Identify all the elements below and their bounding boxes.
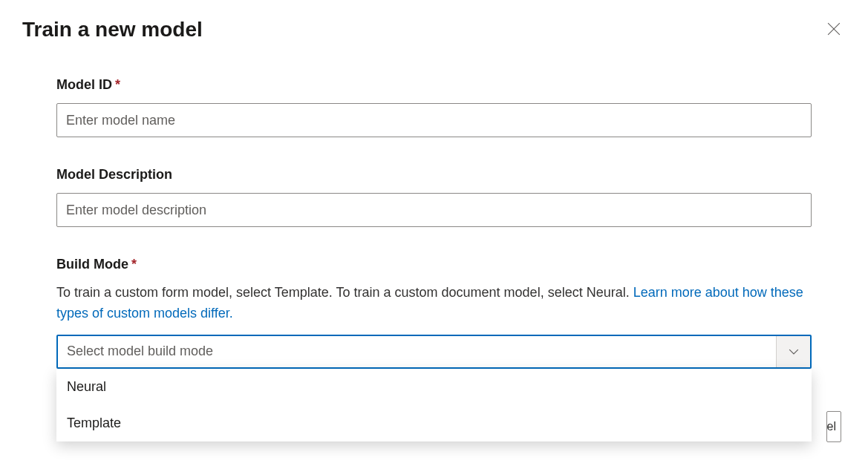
model-id-label-text: Model ID xyxy=(56,77,112,92)
chevron-down-icon xyxy=(776,336,810,367)
build-mode-dropdown-list: Neural Template xyxy=(56,369,812,441)
close-button[interactable] xyxy=(822,18,846,42)
build-mode-label: Build Mode* xyxy=(56,257,812,272)
build-mode-help-text: To train a custom form model, select Tem… xyxy=(56,283,812,324)
build-mode-label-text: Build Mode xyxy=(56,257,128,272)
build-mode-option-template[interactable]: Template xyxy=(56,405,812,441)
dialog-title: Train a new model xyxy=(22,18,203,42)
build-mode-field-group: Build Mode* To train a custom form model… xyxy=(56,257,812,369)
model-id-field-group: Model ID* xyxy=(56,77,812,137)
model-description-field-group: Model Description xyxy=(56,167,812,227)
build-mode-select[interactable]: Select model build mode xyxy=(56,335,812,369)
footer-button-fragment[interactable]: el xyxy=(826,411,841,442)
build-mode-option-neural[interactable]: Neural xyxy=(56,369,812,405)
model-description-input[interactable] xyxy=(56,193,812,227)
model-id-input[interactable] xyxy=(56,103,812,137)
model-description-label: Model Description xyxy=(56,167,812,183)
build-mode-help-prefix: To train a custom form model, select Tem… xyxy=(56,285,633,300)
required-asterisk: * xyxy=(115,77,120,92)
required-asterisk: * xyxy=(131,257,137,272)
close-icon xyxy=(827,22,841,38)
build-mode-select-placeholder: Select model build mode xyxy=(58,344,222,359)
footer-button-fragment-text: el xyxy=(827,420,836,433)
model-description-label-text: Model Description xyxy=(56,167,172,182)
model-id-label: Model ID* xyxy=(56,77,812,93)
